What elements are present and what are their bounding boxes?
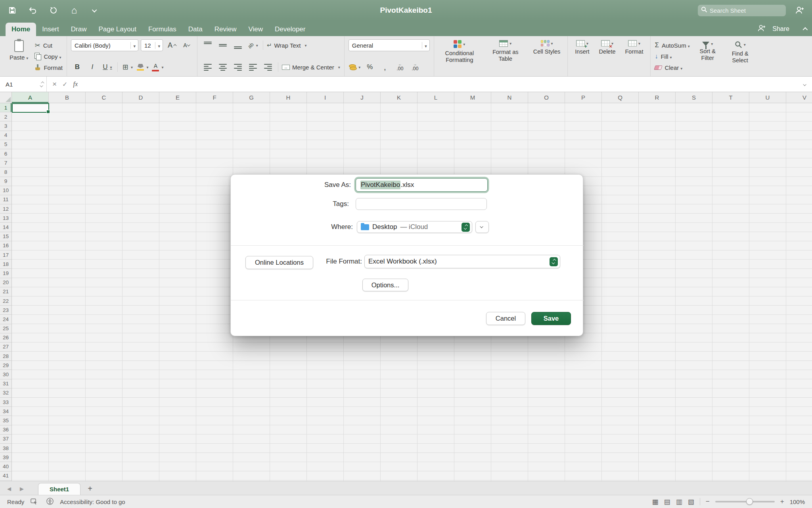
column-header[interactable]: T — [712, 92, 749, 103]
format-painter-button[interactable]: Format — [34, 62, 63, 73]
row-header[interactable]: 17 — [0, 250, 11, 260]
row-header[interactable]: 27 — [0, 343, 11, 352]
select-all-corner[interactable] — [0, 92, 12, 103]
tab-home[interactable]: Home — [6, 23, 36, 36]
wrap-text-button[interactable]: Wrap Text — [267, 42, 307, 49]
align-right-button[interactable] — [232, 61, 244, 73]
format-cells-button[interactable]: Format — [622, 39, 647, 56]
confirm-entry-icon[interactable] — [62, 81, 67, 88]
align-bottom-button[interactable] — [232, 39, 244, 51]
row-header[interactable]: 21 — [0, 287, 11, 296]
align-center-button[interactable] — [216, 61, 229, 73]
column-header[interactable]: V — [786, 92, 812, 103]
status-mode-icon[interactable] — [31, 498, 38, 506]
row-header[interactable]: 5 — [0, 140, 11, 149]
percent-style-button[interactable]: % — [364, 61, 376, 73]
row-header[interactable]: 29 — [0, 361, 11, 370]
row-header[interactable]: 23 — [0, 306, 11, 315]
row-header[interactable]: 37 — [0, 435, 11, 444]
paste-button[interactable]: Paste — [6, 39, 31, 62]
row-header[interactable]: 35 — [0, 416, 11, 425]
autosum-button[interactable]: AutoSum — [655, 40, 689, 50]
row-header[interactable]: 4 — [0, 131, 11, 140]
merge-center-button[interactable]: Merge & Center — [282, 64, 340, 71]
row-header[interactable]: 41 — [0, 471, 11, 481]
fill-color-button[interactable] — [136, 61, 149, 73]
row-header[interactable]: 26 — [0, 333, 11, 343]
expand-dialog-button[interactable] — [475, 221, 489, 233]
column-header[interactable]: J — [344, 92, 381, 103]
tab-draw[interactable]: Draw — [65, 23, 93, 36]
column-header[interactable]: F — [196, 92, 233, 103]
increase-indent-button[interactable] — [262, 61, 274, 73]
tab-review[interactable]: Review — [209, 23, 243, 36]
search-input[interactable] — [710, 7, 783, 14]
column-header[interactable]: S — [676, 92, 712, 103]
tab-insert[interactable]: Insert — [36, 23, 65, 36]
column-header[interactable]: P — [565, 92, 602, 103]
row-header[interactable]: 9 — [0, 177, 11, 186]
comma-style-button[interactable]: , — [379, 61, 391, 73]
page-layout-view-icon[interactable]: ▥ — [676, 498, 682, 506]
sheet-tab-sheet1[interactable]: Sheet1 — [38, 483, 80, 495]
align-left-button[interactable] — [201, 61, 214, 73]
row-header[interactable]: 10 — [0, 186, 11, 195]
row-header[interactable]: 32 — [0, 389, 11, 398]
column-header[interactable]: D — [123, 92, 159, 103]
formula-input[interactable] — [83, 77, 799, 92]
decrease-indent-button[interactable] — [247, 61, 259, 73]
column-header[interactable]: N — [491, 92, 528, 103]
row-header[interactable]: 19 — [0, 269, 11, 278]
save-button[interactable]: Save — [531, 312, 571, 325]
home-icon[interactable] — [69, 5, 79, 15]
save-icon[interactable] — [7, 5, 17, 15]
font-size-select[interactable]: 12 — [141, 39, 163, 51]
orientation-button[interactable]: ab — [247, 39, 259, 51]
zoom-level-label[interactable]: 100% — [790, 498, 805, 505]
share-icon[interactable] — [757, 24, 766, 34]
cancel-entry-icon[interactable] — [52, 80, 57, 89]
column-header[interactable]: Q — [602, 92, 639, 103]
row-header[interactable]: 15 — [0, 232, 11, 241]
insert-cells-button[interactable]: Insert — [572, 39, 592, 56]
zoom-slider[interactable] — [715, 501, 775, 502]
conditional-formatting-button[interactable]: Conditional Formatting — [438, 39, 481, 64]
add-sheet-button[interactable]: + — [83, 484, 97, 495]
redo-icon[interactable] — [48, 5, 59, 15]
copy-button[interactable]: Copy — [34, 51, 63, 62]
bold-button[interactable]: B — [71, 61, 84, 73]
clear-button[interactable]: Clear — [655, 62, 689, 73]
row-header[interactable]: 40 — [0, 462, 11, 471]
row-header[interactable]: 31 — [0, 379, 11, 389]
column-header[interactable]: L — [417, 92, 454, 103]
where-popup[interactable]: Desktop — iCloud — [357, 221, 472, 233]
column-header[interactable]: C — [86, 92, 123, 103]
tags-input[interactable] — [356, 198, 486, 210]
sort-filter-button[interactable]: Sort & Filter — [693, 39, 722, 62]
fill-button[interactable]: Fill — [655, 51, 689, 62]
column-header[interactable]: R — [639, 92, 676, 103]
row-header[interactable]: 2 — [0, 112, 11, 121]
row-header[interactable]: 18 — [0, 260, 11, 269]
column-header[interactable]: K — [381, 92, 417, 103]
column-header[interactable]: B — [49, 92, 86, 103]
row-header[interactable]: 6 — [0, 149, 11, 158]
row-header[interactable]: 12 — [0, 204, 11, 214]
column-header[interactable]: U — [749, 92, 786, 103]
italic-button[interactable]: I — [86, 61, 99, 73]
row-header[interactable]: 16 — [0, 241, 11, 250]
underline-button[interactable]: U — [101, 61, 114, 73]
align-middle-button[interactable] — [216, 39, 229, 51]
prev-sheet-button[interactable]: ◀ — [4, 486, 14, 495]
row-header[interactable]: 24 — [0, 315, 11, 324]
normal-view-icon[interactable]: ▤ — [664, 498, 670, 506]
selected-cell-a1[interactable] — [12, 103, 49, 113]
row-header[interactable]: 11 — [0, 195, 11, 204]
tab-formulas[interactable]: Formulas — [142, 23, 182, 36]
row-header[interactable]: 14 — [0, 223, 11, 232]
zoom-out-button[interactable]: − — [706, 498, 710, 506]
row-header[interactable]: 34 — [0, 407, 11, 416]
row-header[interactable]: 20 — [0, 278, 11, 287]
decrease-font-size-button[interactable]: A — [180, 39, 193, 51]
file-format-popup[interactable]: Excel Workbook (.xlsx) — [364, 255, 560, 268]
